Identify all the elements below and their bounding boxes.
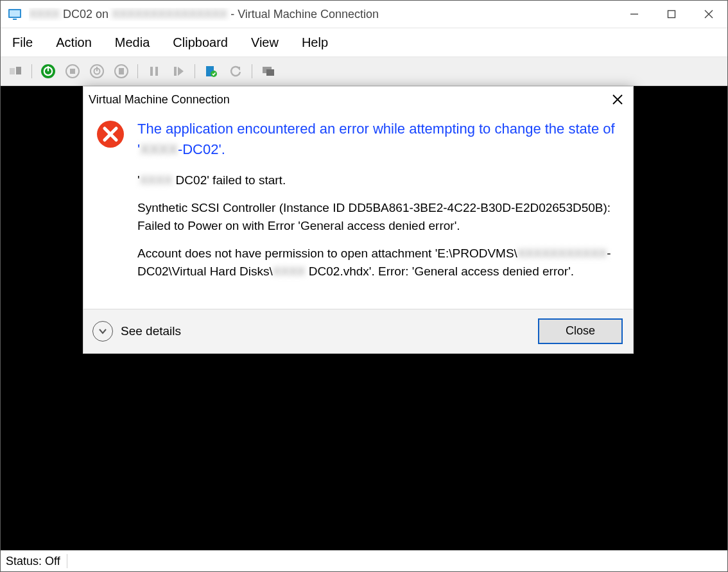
svg-rect-13 <box>70 69 75 74</box>
shutdown-icon[interactable] <box>86 60 108 82</box>
checkpoint-icon[interactable] <box>200 60 222 82</box>
toolbar-separator <box>31 64 32 78</box>
statusbar: Status: Off <box>1 550 727 571</box>
svg-rect-19 <box>150 67 153 76</box>
turnoff-icon[interactable] <box>62 60 83 82</box>
toolbar-separator <box>195 64 195 78</box>
toolbar-separator <box>252 64 252 78</box>
svg-rect-8 <box>16 67 21 74</box>
window-title: XXXX DC02 on XXXXXXXXXXXXXXX - Virtual M… <box>29 8 616 21</box>
save-icon[interactable] <box>110 60 132 82</box>
ctrl-alt-del-icon[interactable] <box>4 60 26 82</box>
status-text: Status: Off <box>6 555 60 568</box>
pause-icon[interactable] <box>143 60 165 82</box>
dialog-footer: See details Close <box>83 309 633 353</box>
svg-rect-7 <box>10 68 15 74</box>
vmconnect-app-icon <box>7 6 22 22</box>
dialog-line-permission: Account does not have permission to open… <box>137 245 620 280</box>
svg-rect-1 <box>10 10 20 17</box>
toolbar <box>1 57 727 86</box>
toolbar-separator <box>137 64 138 78</box>
dialog-body: The application encountered an error whi… <box>83 112 633 309</box>
window-controls <box>616 1 727 28</box>
revert-icon[interactable] <box>225 60 247 82</box>
minimize-button[interactable] <box>616 1 653 28</box>
svg-rect-20 <box>155 67 158 76</box>
close-icon <box>612 94 623 105</box>
svg-rect-27 <box>266 69 274 76</box>
titlebar: XXXX DC02 on XXXXXXXXXXXXXXX - Virtual M… <box>1 1 727 28</box>
see-details-toggle[interactable]: See details <box>92 321 181 342</box>
reset-icon[interactable] <box>168 60 189 82</box>
vm-display-area: Virtual Machine Connection The applicati… <box>1 86 727 550</box>
maximize-button[interactable] <box>653 1 690 28</box>
dialog-message: The application encountered an error whi… <box>137 119 620 291</box>
enhanced-session-icon[interactable] <box>257 60 279 82</box>
menu-help[interactable]: Help <box>302 35 328 50</box>
vmconnect-window: XXXX DC02 on XXXXXXXXXXXXXXX - Virtual M… <box>0 0 728 572</box>
error-dialog: Virtual Machine Connection The applicati… <box>83 86 634 354</box>
see-details-label: See details <box>121 324 181 338</box>
svg-rect-18 <box>119 68 124 74</box>
statusbar-separator <box>67 554 67 568</box>
dialog-title-text: Virtual Machine Connection <box>89 93 230 107</box>
menu-view[interactable]: View <box>251 35 279 50</box>
dialog-line-scsi: Synthetic SCSI Controller (Instance ID D… <box>137 199 620 234</box>
dialog-close-action-button[interactable]: Close <box>538 318 623 344</box>
svg-rect-4 <box>668 11 675 18</box>
window-close-button[interactable] <box>690 1 727 28</box>
svg-rect-2 <box>13 19 17 20</box>
svg-marker-22 <box>178 67 184 76</box>
close-button-label: Close <box>566 324 595 338</box>
start-icon[interactable] <box>37 60 59 82</box>
menubar: File Action Media Clipboard View Help <box>1 28 727 57</box>
menu-file[interactable]: File <box>12 35 33 50</box>
svg-rect-21 <box>174 67 177 76</box>
chevron-down-icon <box>92 321 113 342</box>
menu-clipboard[interactable]: Clipboard <box>173 35 228 50</box>
dialog-line-failed: 'XXXX DC02' failed to start. <box>137 171 620 189</box>
dialog-headline: The application encountered an error whi… <box>137 119 620 160</box>
error-icon <box>96 120 125 148</box>
dialog-close-button[interactable] <box>609 91 627 108</box>
menu-action[interactable]: Action <box>56 35 92 50</box>
menu-media[interactable]: Media <box>115 35 150 50</box>
dialog-titlebar: Virtual Machine Connection <box>83 87 633 112</box>
